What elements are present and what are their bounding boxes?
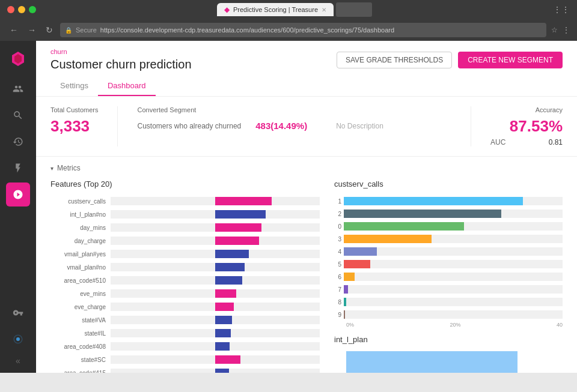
lock-icon: 🔒 xyxy=(65,27,72,34)
auc-row: AUC 0.81 xyxy=(490,138,563,146)
converted-segment-block: Converted Segment Customers who already … xyxy=(137,106,451,146)
sidebar-item-history[interactable] xyxy=(6,130,30,154)
int-l-plan-section: int_l_plan xyxy=(334,335,563,373)
tab-dashboard[interactable]: Dashboard xyxy=(98,76,156,96)
axis-labels: 0% 20% 40 xyxy=(334,322,563,328)
auc-label: AUC xyxy=(490,138,505,146)
converted-segment-label: Converted Segment xyxy=(137,106,451,113)
page-title: Customer churn prediction xyxy=(50,58,192,71)
h-bar-row: 3 xyxy=(334,234,563,244)
close-window-button[interactable] xyxy=(7,6,14,13)
breadcrumb[interactable]: churn xyxy=(50,48,192,55)
page-header: churn Customer churn prediction SAVE GRA… xyxy=(36,41,577,97)
tab-label: Predictive Scoring | Treasure xyxy=(233,6,318,13)
feature-row: area_code#415 xyxy=(50,367,320,373)
h-bar-row: 9 xyxy=(334,309,563,320)
axis-20-label: 20% xyxy=(450,322,460,328)
metrics-section: ▾ Metrics Features (Top 20) custserv_cal… xyxy=(36,157,577,373)
auc-value: 0.81 xyxy=(549,138,563,146)
browser-options-icon[interactable]: ⋮ xyxy=(563,26,570,34)
sidebar-collapse-button[interactable]: « xyxy=(16,356,20,366)
h-bar-row: 1 xyxy=(334,196,563,207)
no-description-label: No Description xyxy=(336,122,383,130)
metrics-toggle-icon: ▾ xyxy=(50,165,53,172)
feature-row: area_code#408 xyxy=(50,341,320,352)
converted-value: 483(14.49%) xyxy=(255,121,307,131)
accuracy-label: Accuracy xyxy=(490,106,563,113)
new-tab-area xyxy=(336,2,372,17)
feature-row: day_charge xyxy=(50,235,320,246)
feature-bars xyxy=(111,196,320,206)
refresh-button[interactable]: ↻ xyxy=(43,24,55,36)
forward-button[interactable]: → xyxy=(25,24,38,36)
feature-row: custserv_calls xyxy=(50,196,320,207)
feature-row: area_code#510 xyxy=(50,275,320,286)
h-bar-row: 8 xyxy=(334,297,563,307)
save-grade-thresholds-button[interactable]: SAVE GRADE THRESHOLDS xyxy=(337,52,452,68)
sidebar-item-key[interactable] xyxy=(6,301,30,325)
tab-settings[interactable]: Settings xyxy=(50,76,98,96)
sidebar-item-lightning[interactable] xyxy=(6,156,30,180)
stat-divider-2 xyxy=(471,106,471,146)
feature-row: state#VA xyxy=(50,315,320,325)
feature-row: day_mins xyxy=(50,222,320,233)
sidebar-item-settings[interactable] xyxy=(6,327,30,351)
int-l-plan-bar xyxy=(346,351,517,373)
h-bar-row: 0 xyxy=(334,221,563,232)
app-container: « churn Customer churn prediction SAVE G… xyxy=(0,41,577,373)
sidebar: « xyxy=(0,41,36,373)
feature-row: int_l_plan#no xyxy=(50,209,320,220)
app-logo[interactable] xyxy=(7,48,29,70)
title-section: churn Customer churn prediction xyxy=(50,48,192,71)
total-customers-block: Total Customers 3,333 xyxy=(50,106,98,146)
back-button[interactable]: ← xyxy=(7,24,20,36)
converted-description: Customers who already churned xyxy=(137,122,241,130)
feature-row: vmail_plan#no xyxy=(50,262,320,273)
sidebar-item-users[interactable] xyxy=(6,77,30,101)
feature-row: eve_charge xyxy=(50,301,320,312)
page-title-row: churn Customer churn prediction SAVE GRA… xyxy=(50,48,563,71)
bookmark-icon[interactable]: ☆ xyxy=(551,26,558,34)
feature-row: state#SC xyxy=(50,354,320,365)
tab-close-button[interactable]: ✕ xyxy=(322,7,326,13)
feature-row: state#IL xyxy=(50,328,320,339)
svg-point-2 xyxy=(16,337,20,341)
custserv-chart-title: custserv_calls xyxy=(334,179,563,188)
main-content: churn Customer churn prediction SAVE GRA… xyxy=(36,41,577,373)
browser-top-bar: ◆ Predictive Scoring | Treasure ✕ ⋮⋮ xyxy=(0,0,577,19)
browser-tab[interactable]: ◆ Predictive Scoring | Treasure ✕ xyxy=(217,3,334,16)
maximize-window-button[interactable] xyxy=(29,6,36,13)
window-controls xyxy=(7,6,36,13)
sidebar-bottom: « xyxy=(6,301,30,366)
h-bar-row: 6 xyxy=(334,271,563,282)
total-customers-label: Total Customers xyxy=(50,106,98,113)
address-input[interactable]: 🔒 Secure https://console.development-cdp… xyxy=(60,23,546,37)
secure-label: Secure xyxy=(76,26,97,34)
charts-container: Features (Top 20) custserv_calls int_l_p… xyxy=(50,179,563,373)
accuracy-block: Accuracy 87.53% AUC 0.81 xyxy=(490,106,563,146)
features-chart-title: Features (Top 20) xyxy=(50,179,320,188)
feature-row: vmail_plan#yes xyxy=(50,249,320,259)
create-new-segment-button[interactable]: CREATE NEW SEGMENT xyxy=(458,52,563,68)
metrics-label: Metrics xyxy=(57,164,81,172)
converted-row: Customers who already churned 483(14.49%… xyxy=(137,121,451,131)
page-tabs: Settings Dashboard xyxy=(50,76,563,96)
sidebar-item-target[interactable] xyxy=(6,182,30,207)
h-bar-row: 4 xyxy=(334,246,563,257)
int-l-plan-title: int_l_plan xyxy=(334,335,563,344)
address-bar-container: ← → ↻ 🔒 Secure https://console.developme… xyxy=(0,19,577,41)
axis-0-label: 0% xyxy=(346,322,354,328)
feature-label: custserv_calls xyxy=(50,198,111,205)
sidebar-item-search[interactable] xyxy=(6,103,30,127)
accuracy-value: 87.53% xyxy=(490,117,563,136)
features-chart: Features (Top 20) custserv_calls int_l_p… xyxy=(50,179,320,373)
total-customers-value: 3,333 xyxy=(50,117,98,136)
axis-40-label: 40 xyxy=(557,322,563,328)
tab-favicon: ◆ xyxy=(224,5,230,14)
browser-menu-icon[interactable]: ⋮⋮ xyxy=(553,5,570,14)
metrics-header[interactable]: ▾ Metrics xyxy=(50,164,563,172)
minimize-window-button[interactable] xyxy=(18,6,25,13)
h-bar-row: 5 xyxy=(334,259,563,270)
right-charts: custserv_calls 1 2 0 3 xyxy=(334,179,563,373)
header-actions: SAVE GRADE THRESHOLDS CREATE NEW SEGMENT xyxy=(337,52,563,68)
